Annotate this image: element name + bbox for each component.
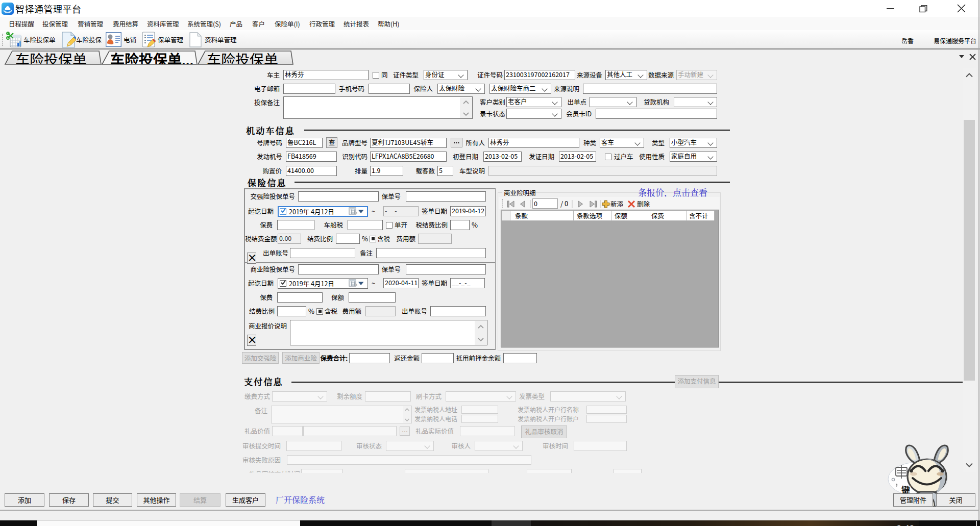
svg-text:车险投保单...: 车险投保单... xyxy=(110,49,193,65)
svg-text:车险投保单: 车险投保单 xyxy=(207,49,278,65)
svg-text:车险投保单: 车险投保单 xyxy=(15,49,87,65)
